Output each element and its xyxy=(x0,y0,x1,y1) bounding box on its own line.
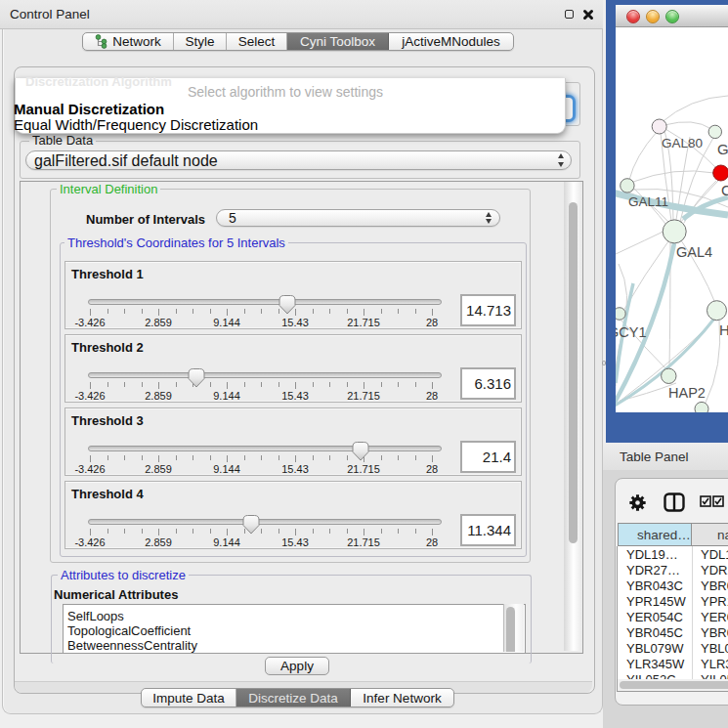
svg-text:C: C xyxy=(721,182,728,198)
svg-text:HAP2: HAP2 xyxy=(668,385,706,401)
svg-text:GAL4: GAL4 xyxy=(676,244,712,260)
svg-text:GA: GA xyxy=(717,141,728,157)
svg-text:GAL11: GAL11 xyxy=(628,194,668,209)
svg-text:GAL80: GAL80 xyxy=(662,136,703,150)
svg-text:GCY1: GCY1 xyxy=(616,324,647,340)
svg-text:H: H xyxy=(719,321,728,338)
